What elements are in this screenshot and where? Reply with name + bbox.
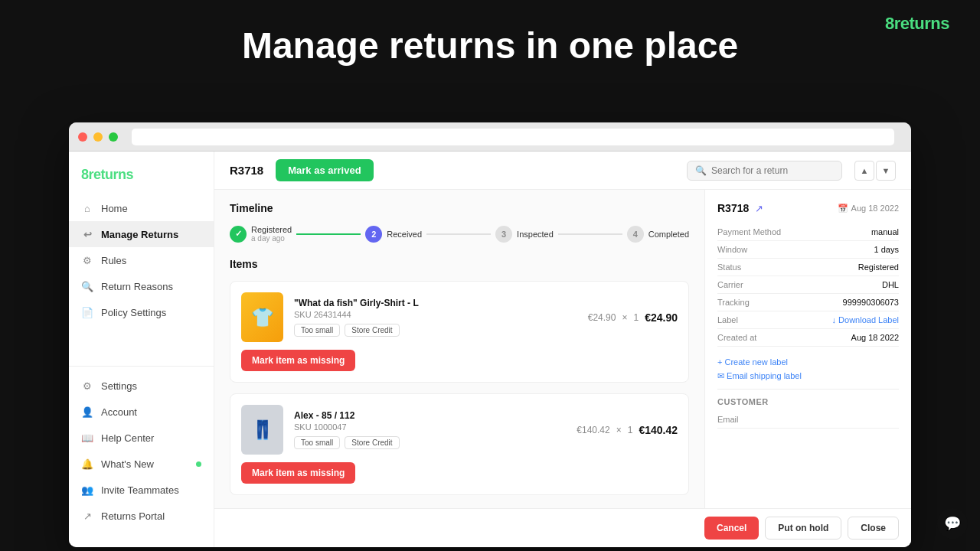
external-link-icon[interactable]: ↗ [755, 203, 763, 214]
create-label-link[interactable]: + Create new label [717, 357, 899, 367]
window-maximize-dot[interactable] [109, 132, 118, 142]
sidebar-item-help-center[interactable]: 📖 Help Center [69, 425, 214, 451]
window-value: 1 days [874, 245, 899, 254]
search-bar[interactable]: 🔍 [687, 161, 842, 181]
sidebar-label-invite: Invite Teammates [101, 484, 179, 496]
label-links: + Create new label ✉ Email shipping labe… [717, 357, 899, 381]
info-row-tracking: Tracking 999990306073 [717, 294, 899, 311]
help-icon: 📖 [81, 432, 93, 444]
window-close-dot[interactable] [78, 132, 87, 142]
invite-icon: 👥 [81, 484, 93, 496]
info-row-window: Window 1 days [717, 241, 899, 259]
item-sku-1: SKU 26431444 [294, 310, 577, 319]
close-button[interactable]: Close [848, 517, 899, 540]
sidebar-label-home: Home [101, 203, 128, 214]
sidebar-item-home[interactable]: ⌂ Home [69, 195, 214, 221]
sidebar-item-rules[interactable]: ⚙ Rules [69, 247, 214, 273]
timeline-line-3 [558, 233, 622, 235]
info-row-carrier: Carrier DHL [717, 276, 899, 294]
payment-label: Payment Method [717, 227, 781, 236]
item-tag-store-credit-2: Store Credit [345, 436, 399, 449]
search-input[interactable] [711, 165, 834, 176]
step-registered-icon: ✓ [230, 226, 247, 243]
item-tag-store-credit-1: Store Credit [345, 324, 399, 337]
timeline-line-1 [296, 233, 361, 235]
sidebar-label-account: Account [101, 406, 137, 418]
sidebar-item-manage-returns[interactable]: ↩ Manage Returns [69, 221, 214, 247]
created-value: Aug 18 2022 [851, 333, 899, 342]
content-area: Timeline ✓ Registered a day ago 2 [214, 190, 911, 508]
sidebar-item-settings[interactable]: ⚙ Settings [69, 373, 214, 399]
main-content: R3718 Mark as arrived 🔍 ▲ ▼ Timeline [214, 152, 911, 547]
item-qty-1: 1 [633, 312, 639, 323]
label-label: Label [717, 315, 738, 324]
timeline: ✓ Registered a day ago 2 Received [230, 225, 689, 243]
item-tags-1: Too small Store Credit [294, 324, 577, 337]
item-name-2: Alex - 85 / 112 [294, 410, 566, 421]
item-total-1: €24.90 [645, 311, 678, 324]
timeline-step-registered: ✓ Registered a day ago [230, 225, 292, 243]
browser-chrome [69, 122, 911, 152]
sidebar-item-whats-new[interactable]: 🔔 What's New [69, 451, 214, 477]
item-price-1: €24.90 [588, 312, 616, 323]
search-icon: 🔍 [695, 165, 707, 176]
step-completed-label: Completed [648, 230, 689, 239]
sidebar-label-return-reasons: Return Reasons [101, 281, 173, 292]
next-arrow-button[interactable]: ▼ [876, 161, 896, 181]
item-price-2: €140.42 [577, 425, 609, 435]
sidebar-label-rules: Rules [101, 255, 126, 266]
sidebar-label-portal: Returns Portal [101, 510, 165, 522]
step-inspected-icon: 3 [495, 226, 512, 243]
step-received-info: Received [387, 230, 422, 239]
brand-8: 8 [81, 167, 89, 182]
sidebar-item-account[interactable]: 👤 Account [69, 399, 214, 425]
mark-missing-button-1[interactable]: Mark item as missing [241, 350, 355, 371]
mark-arrived-button[interactable]: Mark as arrived [276, 159, 373, 181]
main-header: R3718 Mark as arrived 🔍 ▲ ▼ [214, 152, 911, 190]
step-inspected-info: Inspected [517, 230, 554, 239]
sidebar-label-manage-returns: Manage Returns [101, 229, 178, 240]
browser-window: 8returns ⌂ Home ↩ Manage Returns ⚙ Rules… [69, 122, 911, 547]
brand-number: 8 [885, 14, 894, 33]
mark-missing-button-2[interactable]: Mark item as missing [241, 462, 355, 484]
brand-text: returns [894, 14, 949, 33]
cancel-button[interactable]: Cancel [704, 517, 759, 540]
returns-icon: ↩ [81, 228, 93, 240]
item-qty-symbol-1: × [622, 312, 627, 323]
step-registered-sublabel: a day ago [251, 234, 292, 243]
prev-arrow-button[interactable]: ▲ [854, 161, 874, 181]
download-label-link[interactable]: ↓ Download Label [832, 315, 899, 324]
right-divider [717, 389, 899, 390]
items-title: Items [230, 258, 689, 270]
customer-section-title: Customer [717, 397, 899, 406]
return-id: R3718 [230, 164, 263, 177]
window-minimize-dot[interactable] [93, 132, 103, 142]
window-label: Window [717, 245, 747, 254]
step-completed-info: Completed [648, 230, 689, 239]
sidebar-item-return-reasons[interactable]: 🔍 Return Reasons [69, 273, 214, 299]
sidebar-nav: ⌂ Home ↩ Manage Returns ⚙ Rules 🔍 Return… [69, 195, 214, 366]
timeline-title: Timeline [230, 202, 689, 214]
created-label: Created at [717, 333, 756, 342]
chat-bubble-button[interactable]: 💬 [937, 508, 968, 539]
item-pants-emoji: 👖 [241, 405, 283, 455]
step-completed-icon: 4 [627, 226, 644, 243]
account-icon: 👤 [81, 406, 93, 418]
put-on-hold-button[interactable]: Put on hold [765, 517, 841, 540]
right-panel: R3718 ↗ 📅 Aug 18 2022 Payment Method man… [704, 190, 911, 508]
info-row-created: Created at Aug 18 2022 [717, 329, 899, 347]
tracking-value: 999990306073 [843, 298, 899, 307]
item-details-2: Alex - 85 / 112 SKU 1000047 Too small St… [294, 410, 566, 449]
address-bar[interactable] [132, 129, 894, 145]
sidebar-item-portal[interactable]: ↗ Returns Portal [69, 503, 214, 529]
step-received-label: Received [387, 230, 422, 239]
sidebar-item-invite[interactable]: 👥 Invite Teammates [69, 477, 214, 503]
right-date: 📅 Aug 18 2022 [838, 204, 899, 214]
step-registered-label: Registered [251, 225, 292, 234]
timeline-step-inspected: 3 Inspected [495, 226, 554, 243]
email-label-link[interactable]: ✉ Email shipping label [717, 371, 899, 381]
sidebar-item-policy-settings[interactable]: 📄 Policy Settings [69, 299, 214, 325]
item-name-1: "What da fish" Girly-Shirt - L [294, 298, 577, 308]
info-row-payment: Payment Method manual [717, 223, 899, 241]
item-shirt-emoji: 👕 [241, 292, 283, 342]
